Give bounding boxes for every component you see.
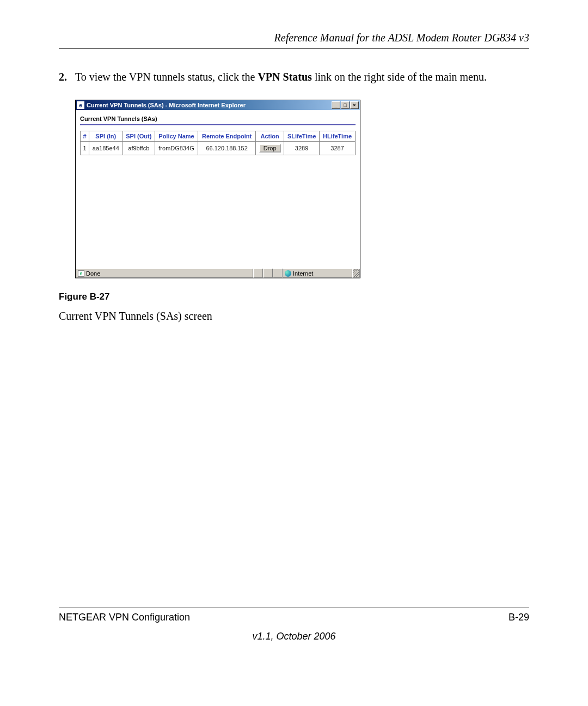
browser-window: e Current VPN Tunnels (SAs) - Microsoft … xyxy=(75,100,360,278)
status-bar: e Done Internet xyxy=(76,268,360,278)
resize-grip[interactable] xyxy=(352,269,360,278)
close-button[interactable]: × xyxy=(350,101,359,109)
status-seg-3 xyxy=(273,269,283,278)
vpn-tunnels-table: # SPI (In) SPI (Out) Policy Name Remote … xyxy=(80,131,356,155)
footer-rule xyxy=(59,607,529,607)
window-titlebar: e Current VPN Tunnels (SAs) - Microsoft … xyxy=(76,100,360,110)
ie-icon: e xyxy=(77,101,84,109)
doc-header-title: Reference Manual for the ADSL Modem Rout… xyxy=(59,32,529,47)
cell-slife: 3289 xyxy=(284,142,320,155)
window-body: Current VPN Tunnels (SAs) # SPI (In) SPI… xyxy=(76,110,360,268)
globe-icon xyxy=(285,270,291,277)
col-spi-in: SPI (In) xyxy=(89,131,123,142)
col-policy: Policy Name xyxy=(155,131,198,142)
step-text-post: link on the right side of the main menu. xyxy=(312,71,487,83)
table-row: 1 aa185e44 af9bffcb fromDG834G 66.120.18… xyxy=(81,142,356,155)
step-text-pre: To view the VPN tunnels status, click th… xyxy=(75,71,258,83)
drop-button[interactable]: Drop xyxy=(259,144,281,153)
figure-caption: Figure B-27 xyxy=(59,291,529,302)
cell-policy: fromDG834G xyxy=(155,142,198,155)
step-item: 2. To view the VPN tunnels status, click… xyxy=(59,70,529,84)
window-title: Current VPN Tunnels (SAs) - Microsoft In… xyxy=(87,102,332,108)
col-action: Action xyxy=(256,131,284,142)
cell-action: Drop xyxy=(256,142,284,155)
footer-version: v1.1, October 2006 xyxy=(59,631,529,642)
col-num: # xyxy=(81,131,89,142)
status-zone: Internet xyxy=(283,269,352,278)
page-footer: NETGEAR VPN Configuration B-29 v1.1, Oct… xyxy=(59,607,529,642)
col-slife: SLifeTime xyxy=(284,131,320,142)
maximize-button[interactable]: □ xyxy=(341,101,350,109)
col-spi-out: SPI (Out) xyxy=(122,131,155,142)
cell-endpoint: 66.120.188.152 xyxy=(198,142,256,155)
header-rule xyxy=(59,48,529,49)
cell-num: 1 xyxy=(81,142,89,155)
step-text-bold: VPN Status xyxy=(258,71,311,83)
page-icon: e xyxy=(78,270,84,277)
footer-right: B-29 xyxy=(509,612,529,623)
col-hlife: HLifeTime xyxy=(320,131,356,142)
section-rule xyxy=(80,124,356,125)
status-done: e Done xyxy=(76,269,253,278)
status-zone-text: Internet xyxy=(293,270,313,277)
status-seg-2 xyxy=(263,269,273,278)
figure-description: Current VPN Tunnels (SAs) screen xyxy=(59,310,529,322)
section-header: Current VPN Tunnels (SAs) xyxy=(80,115,356,124)
minimize-button[interactable]: _ xyxy=(332,101,340,109)
step-number: 2. xyxy=(59,70,75,84)
cell-spi-out: af9bffcb xyxy=(122,142,155,155)
cell-spi-in: aa185e44 xyxy=(89,142,123,155)
cell-hlife: 3287 xyxy=(320,142,356,155)
status-seg-1 xyxy=(253,269,263,278)
footer-left: NETGEAR VPN Configuration xyxy=(59,612,190,623)
status-done-text: Done xyxy=(86,270,100,277)
col-endpoint: Remote Endpoint xyxy=(198,131,256,142)
step-text: To view the VPN tunnels status, click th… xyxy=(75,70,529,84)
